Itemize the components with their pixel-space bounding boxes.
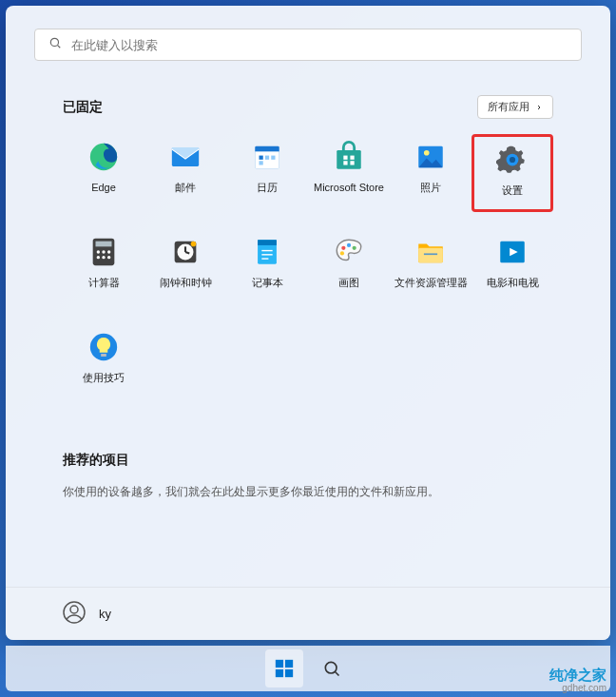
svg-point-37 [341, 246, 345, 250]
svg-rect-41 [418, 248, 443, 263]
search-input[interactable] [71, 38, 568, 52]
tile-label: 电影和电视 [487, 277, 539, 289]
tile-label: 使用技巧 [83, 372, 125, 384]
svg-point-21 [97, 250, 100, 253]
edge-icon [87, 140, 121, 174]
tile-label: 设置 [502, 184, 523, 197]
user-account-button[interactable]: ky [63, 601, 111, 628]
svg-rect-42 [424, 253, 437, 255]
svg-rect-9 [260, 161, 263, 165]
svg-point-26 [107, 256, 110, 259]
svg-rect-48 [276, 660, 283, 668]
pinned-title: 已固定 [63, 99, 103, 116]
svg-rect-8 [271, 156, 275, 160]
clock-icon [168, 235, 202, 269]
all-apps-label: 所有应用 [488, 100, 529, 114]
tile-label: 文件资源管理器 [395, 277, 468, 289]
svg-point-24 [97, 256, 100, 259]
recommended-section: 推荐的项目 你使用的设备越多，我们就会在此处显示更多你最近使用的文件和新应用。 [6, 402, 610, 500]
svg-point-16 [424, 150, 430, 156]
recommended-title: 推荐的项目 [63, 452, 129, 469]
svg-rect-7 [265, 156, 269, 160]
svg-point-0 [50, 38, 58, 46]
explorer-icon [414, 235, 448, 269]
svg-rect-5 [255, 151, 279, 168]
svg-rect-20 [96, 242, 112, 247]
svg-point-38 [347, 243, 351, 247]
svg-rect-49 [285, 660, 293, 668]
svg-rect-51 [285, 669, 293, 677]
svg-line-30 [185, 252, 189, 253]
tile-label: Microsoft Store [314, 182, 384, 194]
tile-label: 日历 [257, 182, 278, 194]
all-apps-button[interactable]: 所有应用 [477, 95, 553, 119]
svg-rect-10 [337, 150, 361, 169]
svg-point-47 [70, 606, 78, 613]
tile-label: 闹钟和时钟 [160, 277, 212, 289]
pinned-tile-mail[interactable]: 邮件 [144, 134, 226, 212]
tips-icon [87, 330, 121, 364]
pinned-tile-explorer[interactable]: 文件资源管理器 [390, 229, 472, 307]
user-icon [63, 601, 86, 628]
svg-point-40 [340, 251, 344, 255]
svg-rect-14 [350, 161, 354, 165]
pinned-tile-movies[interactable]: 电影和电视 [472, 229, 553, 307]
svg-point-39 [353, 246, 356, 250]
pinned-tile-settings[interactable]: 设置 [472, 134, 553, 212]
svg-line-53 [336, 672, 339, 676]
svg-rect-6 [260, 156, 263, 160]
start-menu-footer: ky [6, 587, 610, 640]
pinned-tile-paint[interactable]: 画图 [308, 229, 390, 307]
pinned-grid: Edge邮件日历Microsoft Store照片设置计算器闹钟和时钟记事本画图… [63, 134, 553, 402]
svg-point-22 [102, 250, 105, 253]
pinned-tile-store[interactable]: Microsoft Store [308, 134, 390, 212]
mail-icon [168, 140, 202, 174]
search-bar[interactable] [34, 29, 582, 61]
calendar-icon [250, 140, 284, 174]
tile-label: Edge [91, 182, 116, 194]
tile-label: 邮件 [175, 182, 196, 194]
svg-rect-33 [258, 240, 277, 245]
tile-label: 计算器 [88, 277, 120, 289]
pinned-section: 已固定 所有应用 Edge邮件日历Microsoft Store照片设置计算器闹… [6, 61, 610, 402]
svg-point-52 [325, 662, 337, 673]
user-name: ky [99, 607, 111, 621]
tile-label: 照片 [420, 182, 441, 194]
notepad-icon [250, 235, 284, 269]
svg-rect-13 [343, 161, 347, 165]
svg-point-23 [107, 250, 110, 253]
svg-point-18 [510, 157, 515, 163]
tile-label: 记事本 [252, 277, 283, 289]
recommended-empty-text: 你使用的设备越多，我们就会在此处显示更多你最近使用的文件和新应用。 [63, 484, 553, 500]
svg-line-1 [58, 46, 61, 48]
search-icon [48, 36, 62, 53]
taskbar-search-button[interactable] [313, 649, 351, 687]
svg-rect-11 [343, 156, 347, 160]
taskbar [6, 646, 610, 691]
pinned-tile-clock[interactable]: 闹钟和时钟 [144, 229, 226, 307]
movies-icon [495, 235, 529, 269]
pinned-tile-photos[interactable]: 照片 [390, 134, 472, 212]
pinned-tile-edge[interactable]: Edge [63, 134, 144, 212]
start-menu: 已固定 所有应用 Edge邮件日历Microsoft Store照片设置计算器闹… [6, 6, 610, 640]
taskbar-start-button[interactable] [265, 649, 303, 687]
photos-icon [414, 140, 448, 174]
paint-icon [332, 235, 366, 269]
svg-point-25 [102, 256, 105, 259]
calculator-icon [87, 235, 121, 269]
settings-icon [495, 143, 529, 177]
pinned-tile-tips[interactable]: 使用技巧 [63, 324, 144, 402]
store-icon [332, 140, 366, 174]
pinned-tile-calculator[interactable]: 计算器 [63, 229, 144, 307]
pinned-tile-calendar[interactable]: 日历 [226, 134, 308, 212]
tile-label: 画图 [338, 277, 359, 289]
svg-point-31 [191, 242, 197, 247]
svg-rect-50 [276, 669, 283, 677]
pinned-tile-notepad[interactable]: 记事本 [226, 229, 308, 307]
chevron-right-icon [535, 102, 543, 113]
svg-rect-12 [350, 156, 354, 160]
svg-rect-45 [101, 354, 106, 357]
